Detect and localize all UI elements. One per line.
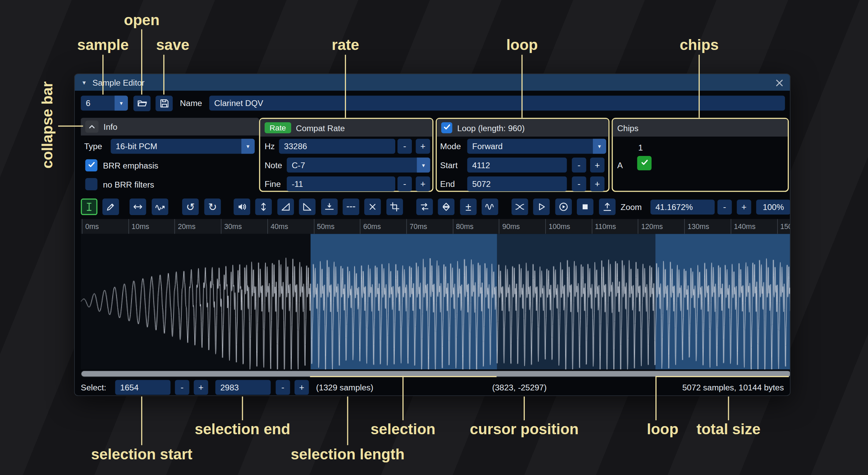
- loop-end-minus-button[interactable]: -: [572, 176, 586, 191]
- invert-button[interactable]: [438, 198, 454, 215]
- note-select[interactable]: C-7 ▼: [287, 158, 430, 173]
- crossfade-button[interactable]: [512, 198, 528, 215]
- chevron-down-icon[interactable]: ▼: [593, 139, 606, 154]
- select-label: Select:: [81, 380, 106, 395]
- selection-end-input[interactable]: 2983: [215, 380, 271, 395]
- note-label: Note: [265, 158, 282, 173]
- chip-enable-checkbox[interactable]: [637, 156, 651, 170]
- selection-end-plus-button[interactable]: +: [295, 380, 309, 395]
- open-button[interactable]: [133, 96, 150, 111]
- ruler-tick: 40ms: [267, 219, 288, 234]
- annotation-line-selection: [402, 376, 403, 420]
- annotation-loop-bottom: loop: [647, 421, 679, 438]
- fade-in-button[interactable]: [277, 198, 294, 215]
- hz-plus-button[interactable]: +: [416, 139, 430, 154]
- stop-preview-button[interactable]: [577, 198, 594, 215]
- edit-mode-draw-button[interactable]: [102, 198, 119, 215]
- ruler-tick: 110ms: [591, 219, 616, 234]
- annotation-line-sample: [102, 55, 103, 94]
- selection-end-minus-button[interactable]: -: [276, 380, 290, 395]
- normalize-button[interactable]: [255, 198, 272, 215]
- selection-start-plus-button[interactable]: +: [194, 380, 208, 395]
- fine-input[interactable]: -11: [287, 176, 395, 191]
- amplify-button[interactable]: [234, 198, 250, 215]
- preview-selection-button[interactable]: [555, 198, 572, 215]
- edit-mode-select-button[interactable]: [81, 198, 98, 215]
- filter-button[interactable]: [482, 198, 498, 215]
- window-collapse-icon[interactable]: ▼: [81, 80, 87, 86]
- selection-start-minus-button[interactable]: -: [175, 380, 189, 395]
- collapse-bar-button[interactable]: [85, 121, 99, 133]
- fade-out-button[interactable]: [299, 198, 316, 215]
- redo-button[interactable]: ↻: [204, 198, 221, 215]
- annotation-selection-length: selection length: [291, 446, 405, 463]
- rate-badge[interactable]: Rate: [265, 122, 291, 134]
- type-select[interactable]: 16-bit PCM ▼: [111, 139, 255, 154]
- status-bar: Select: 1654 - + 2983 - + (1329 samples)…: [75, 380, 790, 396]
- no-brr-filters-checkbox[interactable]: [85, 178, 98, 190]
- rate-panel: Rate Compat Rate Hz 33286 - + Note C-7 ▼…: [259, 118, 434, 192]
- ruler-tick: 10ms: [128, 219, 149, 234]
- annotation-line-open: [141, 29, 142, 94]
- waveform-canvas[interactable]: [81, 234, 791, 369]
- brr-emphasis-checkbox[interactable]: [85, 159, 98, 172]
- loop-start-input[interactable]: 4112: [467, 158, 567, 173]
- chevron-down-icon[interactable]: ▼: [417, 158, 430, 173]
- chevron-down-icon[interactable]: ▼: [241, 139, 255, 154]
- waveform-area[interactable]: [81, 234, 791, 369]
- zoom-in-button[interactable]: +: [737, 200, 751, 215]
- zoom-input[interactable]: 41.1672%: [650, 200, 715, 215]
- sample-selector-value: 6: [81, 99, 115, 108]
- insert-silence-button[interactable]: [321, 198, 338, 215]
- chevron-down-icon[interactable]: ▼: [115, 96, 128, 111]
- preview-button[interactable]: [533, 198, 550, 215]
- resize-button[interactable]: [130, 198, 146, 215]
- import-button[interactable]: [599, 198, 616, 215]
- selection-start-input[interactable]: 1654: [115, 380, 171, 395]
- timeline-ruler: 0ms10ms20ms30ms40ms50ms60ms70ms80ms90ms1…: [81, 219, 791, 234]
- info-panel: Info Type 16-bit PCM ▼ BRR emphasis no B…: [81, 118, 259, 192]
- loop-start-minus-button[interactable]: -: [572, 158, 586, 173]
- reverse-button[interactable]: [416, 198, 433, 215]
- annotation-line-loop-bottom: [655, 376, 656, 420]
- loop-start-plus-button[interactable]: +: [590, 158, 604, 173]
- close-icon[interactable]: [774, 78, 783, 87]
- loop-end-label: End: [440, 176, 455, 191]
- annotation-line-save: [163, 55, 164, 94]
- brr-emphasis-label: BRR emphasis: [103, 158, 158, 173]
- fine-minus-button[interactable]: -: [398, 176, 412, 191]
- total-size-text: 5072 samples, 10144 bytes: [682, 380, 784, 395]
- loop-enable-checkbox[interactable]: [441, 122, 452, 134]
- ruler-tick: 60ms: [360, 219, 381, 234]
- ruler-tick: 150ms: [777, 219, 790, 234]
- save-button[interactable]: [155, 96, 172, 111]
- annotation-line-chips: [699, 55, 700, 118]
- hz-input[interactable]: 33286: [279, 139, 395, 154]
- loop-end-input[interactable]: 5072: [467, 176, 567, 191]
- mode-label: Mode: [440, 139, 461, 154]
- sign-invert-button[interactable]: ±: [460, 198, 477, 215]
- ruler-tick: 20ms: [174, 219, 196, 234]
- apply-silence-button[interactable]: [343, 198, 359, 215]
- hz-minus-button[interactable]: -: [398, 139, 412, 154]
- trim-button[interactable]: [386, 198, 403, 215]
- delete-button[interactable]: [364, 198, 381, 215]
- no-brr-filters-label: no BRR filters: [103, 177, 154, 192]
- resample-button[interactable]: [152, 198, 168, 215]
- check-icon: [640, 158, 648, 169]
- rate-panel-header: Rate Compat Rate: [260, 119, 432, 137]
- annotation-line-cursor-position: [524, 397, 525, 420]
- info-panel-title: Info: [103, 122, 117, 131]
- selection-length-text: (1329 samples): [316, 380, 373, 395]
- chip-number: 1: [638, 140, 643, 155]
- loop-mode-select[interactable]: Forward ▼: [467, 139, 606, 154]
- info-panel-header: Info: [81, 118, 259, 136]
- loop-end-plus-button[interactable]: +: [590, 176, 604, 191]
- zoom-reset-button[interactable]: 100%: [756, 200, 790, 215]
- titlebar[interactable]: ▼ Sample Editor: [75, 74, 790, 91]
- fine-plus-button[interactable]: +: [416, 176, 430, 191]
- sample-selector[interactable]: 6 ▼: [81, 96, 128, 111]
- annotation-line-collapse-bar: [58, 125, 83, 126]
- undo-button[interactable]: ↺: [182, 198, 199, 215]
- zoom-out-button[interactable]: -: [717, 200, 732, 215]
